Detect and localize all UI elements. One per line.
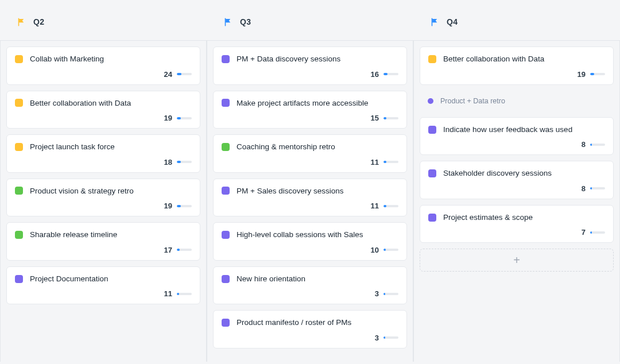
- status-dot: [428, 126, 436, 134]
- progress-bar: [177, 161, 192, 163]
- card-footer: 8: [428, 140, 605, 149]
- card[interactable]: Better collaboration with Data19: [6, 91, 200, 129]
- card-footer: 18: [15, 158, 192, 166]
- progress-bar: [590, 231, 605, 234]
- card[interactable]: Stakeholder discovery sessions8: [420, 161, 614, 199]
- card-header: PM + Sales discovery sessions: [222, 186, 398, 196]
- card[interactable]: High-level collab sessions with Sales10: [213, 222, 407, 261]
- card[interactable]: Project estimates & scope7: [420, 205, 614, 243]
- status-dot: [15, 231, 23, 239]
- card-count: 3: [375, 334, 379, 342]
- status-dot: [428, 169, 436, 177]
- column-header-q4[interactable]: Q4: [413, 0, 620, 40]
- card-title: Stakeholder discovery sessions: [443, 168, 552, 179]
- status-dot: [15, 143, 23, 151]
- card-header: Indicate how user feedback was used: [428, 125, 605, 135]
- card-count: 11: [371, 202, 379, 210]
- progress-bar: [383, 161, 398, 163]
- card-title: Product manifesto / roster of PMs: [237, 317, 351, 328]
- card-title: PM + Sales discovery sessions: [237, 186, 343, 196]
- progress-bar: [383, 73, 398, 75]
- card-count: 10: [371, 246, 379, 254]
- progress-fill: [383, 73, 388, 75]
- card-title: Better collaboration with Data: [30, 98, 131, 109]
- progress-fill: [177, 293, 179, 295]
- progress-bar: [590, 187, 605, 189]
- card[interactable]: Indicate how user feedback was used8: [420, 117, 614, 156]
- progress-bar: [383, 293, 398, 295]
- card-footer: 17: [15, 246, 192, 254]
- card-footer: 19: [428, 70, 605, 79]
- card-header: Collab with Marketing: [15, 54, 192, 64]
- card[interactable]: PM + Data discovery sessions16: [213, 47, 407, 85]
- card-count: 24: [164, 70, 172, 79]
- progress-fill: [383, 249, 386, 251]
- progress-fill: [383, 336, 385, 339]
- column-body-q2: Collab with Marketing24Better collaborat…: [0, 40, 207, 362]
- progress-fill: [383, 293, 385, 295]
- card-header: Product + Data retro: [428, 96, 606, 106]
- progress-fill: [590, 231, 592, 234]
- card-footer: 11: [15, 289, 192, 298]
- column-header-q3[interactable]: Q3: [207, 0, 413, 40]
- flag-icon: [17, 18, 25, 26]
- progress-bar: [177, 73, 192, 75]
- card[interactable]: Sharable release timeline17: [6, 222, 200, 261]
- card-title: Better collaboration with Data: [443, 54, 544, 64]
- column-header-q2[interactable]: Q2: [0, 0, 207, 40]
- progress-fill: [177, 117, 181, 119]
- card[interactable]: Make project artifacts more accessible15: [213, 91, 407, 129]
- status-dot: [428, 98, 433, 104]
- card[interactable]: Project launch task force18: [6, 134, 200, 173]
- card-title: Indicate how user feedback was used: [443, 125, 572, 135]
- card[interactable]: PM + Sales discovery sessions11: [213, 179, 407, 217]
- plus-icon: +: [513, 254, 520, 266]
- column-title: Q3: [240, 17, 251, 26]
- card-footer: 3: [222, 289, 398, 298]
- add-card-button[interactable]: +: [420, 249, 614, 272]
- card[interactable]: Project Documentation11: [6, 266, 200, 305]
- status-dot: [428, 55, 436, 63]
- card[interactable]: Product vision & strategy retro19: [6, 179, 200, 217]
- card[interactable]: Better collaboration with Data19: [420, 47, 614, 85]
- progress-bar: [177, 117, 192, 119]
- progress-fill: [383, 161, 386, 163]
- card-title: Product + Data retro: [440, 96, 505, 106]
- progress-fill: [590, 187, 592, 189]
- progress-fill: [590, 73, 594, 75]
- card-header: Project Documentation: [15, 274, 192, 284]
- card-title: Collab with Marketing: [30, 54, 104, 64]
- card-count: 18: [164, 158, 172, 166]
- card-footer: 10: [222, 246, 398, 254]
- card-title: Coaching & mentorship retro: [237, 142, 335, 152]
- column-body-q4: Better collaboration with Data19Product …: [413, 40, 620, 362]
- card[interactable]: Product manifesto / roster of PMs3: [213, 310, 407, 348]
- card-title: Project launch task force: [30, 142, 115, 152]
- card[interactable]: New hire orientation3: [213, 266, 407, 305]
- card-count: 8: [582, 184, 586, 193]
- status-dot: [222, 319, 230, 327]
- card-title: High-level collab sessions with Sales: [237, 230, 363, 240]
- card-footer: 15: [222, 114, 398, 122]
- kanban-board: Q2Collab with Marketing24Better collabor…: [0, 0, 620, 364]
- card-header: Stakeholder discovery sessions: [428, 168, 605, 179]
- card-title: Sharable release timeline: [30, 230, 117, 240]
- card-footer: 7: [428, 228, 605, 237]
- card-footer: 16: [222, 70, 398, 79]
- card-header: Project launch task force: [15, 142, 192, 152]
- card-footer: 24: [15, 70, 192, 79]
- card-count: 16: [371, 70, 379, 79]
- card-title: Product vision & strategy retro: [30, 186, 134, 196]
- progress-fill: [590, 144, 592, 146]
- progress-bar: [177, 293, 192, 295]
- card-header: High-level collab sessions with Sales: [222, 230, 398, 240]
- column-q4: Q4Better collaboration with Data19Produc…: [413, 0, 620, 364]
- progress-bar: [590, 73, 605, 75]
- card-footer: 11: [222, 158, 398, 166]
- card-footer: 11: [222, 202, 398, 210]
- column-q3: Q3PM + Data discovery sessions16Make pro…: [207, 0, 413, 364]
- card[interactable]: Coaching & mentorship retro11: [213, 134, 407, 173]
- card-title: New hire orientation: [237, 274, 305, 284]
- status-dot: [222, 275, 230, 283]
- card[interactable]: Collab with Marketing24: [6, 47, 200, 85]
